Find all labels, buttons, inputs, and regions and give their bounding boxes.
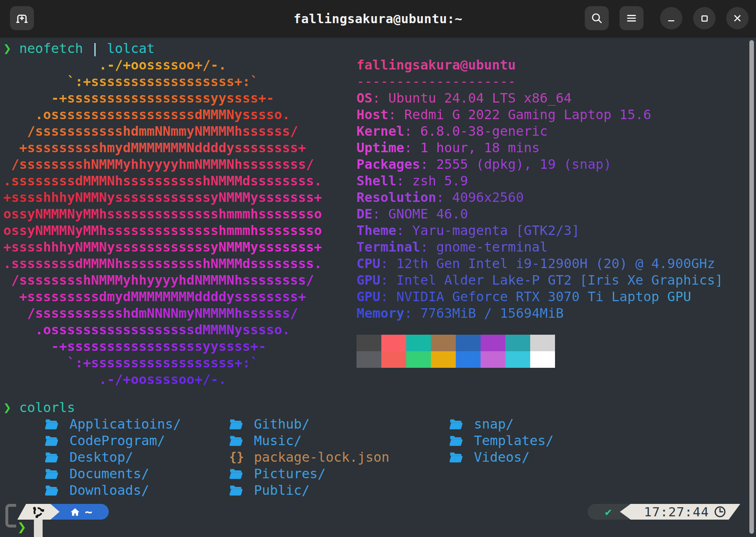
palette-cell [406, 351, 431, 368]
info-line: Theme: Yaru-magenta [GTK2/3] [356, 222, 723, 239]
next-prompt-chevron: ❯ [17, 518, 26, 535]
close-icon [731, 12, 744, 24]
palette-cell [481, 351, 505, 368]
terminal-scrollbar[interactable] [749, 40, 754, 534]
titlebar: fallingsakura@ubuntu:~ [0, 0, 756, 38]
system-info: fallingsakura@ubuntu--------------------… [356, 57, 723, 321]
ascii-art-line: +sssssssssdmydMMMMMMMMddddyssssssss+ [3, 288, 322, 305]
menu-button[interactable] [620, 6, 644, 30]
search-button[interactable] [585, 6, 609, 30]
palette-cell [456, 335, 481, 351]
folder-icon [449, 434, 463, 447]
ascii-art-line: +ssssssssshmydMMMMMMMNddddyssssssss+ [3, 139, 322, 156]
file-item-folder: Templates/ [443, 432, 554, 449]
info-line: Kernel: 6.8.0-38-generic [356, 123, 723, 139]
json-braces-icon: {} [229, 449, 243, 465]
folder-icon [45, 451, 59, 463]
pipe-symbol: | [91, 41, 99, 56]
new-tab-icon [15, 11, 29, 25]
palette-cell [431, 351, 456, 368]
file-name: Videos/ [474, 449, 530, 465]
folder-icon [45, 467, 59, 480]
ascii-art-line: -+ssssssssssssssssssyyssss+- [3, 90, 322, 106]
info-line: Resolution: 4096x2560 [356, 189, 723, 206]
folder-icon [45, 484, 59, 496]
palette-row [356, 351, 555, 368]
palette-cell [406, 335, 431, 351]
file-item-folder: Pictures/ [223, 465, 390, 482]
ascii-art-line: /sssssssshNMMMyhhyyyyhmNMMMNhssssssss/ [3, 156, 322, 173]
ascii-art-line: `:+ssssssssssssssssss+:` [3, 355, 322, 371]
palette-cell [381, 335, 406, 351]
new-tab-button[interactable] [10, 6, 34, 30]
info-line: Uptime: 1 hour, 18 mins [356, 139, 723, 156]
ascii-art-line: .-/+oossssoo+/-. [3, 371, 322, 388]
info-header-line: fallingsakura@ubuntu [356, 57, 723, 73]
file-name: Github/ [254, 416, 310, 432]
palette-cell [505, 351, 530, 368]
info-line: CPU: 12th Gen Intel i9-12900H (20) @ 4.9… [356, 255, 723, 272]
file-name: Templates/ [474, 432, 554, 449]
palette-cell [356, 335, 381, 351]
file-item-folder: Desktop/ [39, 449, 181, 465]
file-column: Applicatioins/CodeProgram/Desktop/Docume… [39, 416, 181, 499]
info-line: Host: Redmi G 2022 Gaming Laptop 15.6 [356, 106, 723, 123]
ascii-art-line: .ssssssssdMMMNhsssssssssshNMMMdssssssss. [3, 173, 322, 189]
palette-cell [530, 335, 555, 351]
ascii-art-line: .ossssssssssssssssssdMMMNysssso. [3, 106, 322, 123]
maximize-button[interactable] [693, 7, 715, 29]
ascii-art-line: /ssssssssssshdmmNNmmyNMMMMhssssss/ [3, 123, 322, 139]
ascii-art-line: -+sssssssssssssssssyyssss+- [3, 338, 322, 355]
ascii-art-line: /sssssssshNMMMyhhyyyyhdNMMMNhssssssss/ [3, 272, 322, 288]
command-neofetch: neofetch [19, 41, 83, 56]
ascii-art-line: +sssshhhyNMMNyssssssssssssyNMMMysssssss+ [3, 189, 322, 206]
file-name: snap/ [474, 416, 514, 432]
file-name: package-lock.json [254, 449, 390, 465]
file-item-folder: CodeProgram/ [39, 432, 181, 449]
ascii-art-line: .-/+oossssoo+/-. [3, 57, 322, 73]
ascii-art-line: ossyNMMMNyMMhsssssssssssssshmmmhssssssso [3, 206, 322, 222]
file-item-folder: Documents/ [39, 465, 181, 482]
ascii-art-line: `:+ssssssssssssssssss+:` [3, 73, 322, 90]
minimize-button[interactable] [660, 7, 682, 29]
success-check-icon: ✔ [605, 506, 612, 518]
info-line: OS: Ubuntu 24.04 LTS x86_64 [356, 90, 723, 106]
ascii-art-line: /ssssssssssshdmNNNNmyNMMMMhssssss/ [3, 305, 322, 321]
folder-icon [229, 484, 243, 496]
folder-icon [229, 418, 243, 430]
file-item-folder: Downloads/ [39, 482, 181, 499]
terminal-color-palette [356, 335, 555, 368]
terminal-viewport[interactable]: ❯ neofetch | lolcat .-/+oossssoo+/-. `:+… [0, 38, 756, 537]
home-icon [69, 506, 81, 518]
file-item-folder: Public/ [223, 482, 390, 499]
path-text: ~ [85, 505, 92, 519]
info-line: Memory: 7763MiB / 15694MiB [356, 305, 723, 321]
shell-prompt-bar: ~ ❯ ✔ 17:27:44 [0, 499, 756, 537]
ubuntu-ascii-logo: .-/+oossssoo+/-. `:+ssssssssssssssssss+:… [3, 57, 322, 388]
hamburger-menu-icon [625, 12, 638, 25]
command-lolcat: lolcat [107, 41, 155, 56]
clock-segment: 17:27:44 [620, 504, 740, 520]
file-item-folder: Applicatioins/ [39, 416, 181, 432]
file-name: Pictures/ [254, 465, 325, 482]
file-name: Downloads/ [69, 482, 149, 499]
info-line: Shell: zsh 5.9 [356, 173, 723, 189]
folder-icon [449, 451, 463, 463]
file-name: Applicatioins/ [69, 416, 181, 432]
folder-icon [229, 467, 243, 480]
ascii-art-line: .ossssssssssssssssssdMMMNysssso. [3, 321, 322, 338]
palette-cell [530, 351, 555, 368]
command-colorls: colorls [19, 400, 75, 415]
prompt-line-neofetch: ❯ neofetch | lolcat [3, 40, 756, 57]
file-column: Github/Music/{}package-lock.jsonPictures… [223, 416, 390, 499]
file-item-json: {}package-lock.json [223, 449, 390, 465]
file-name: Public/ [254, 482, 310, 499]
close-button[interactable] [726, 7, 749, 29]
palette-cell [456, 351, 481, 368]
info-line: DE: GNOME 46.0 [356, 206, 723, 222]
file-item-folder: snap/ [443, 416, 554, 432]
info-line: GPU: NVIDIA Geforce RTX 3070 Ti Laptop G… [356, 288, 723, 305]
folder-icon [45, 418, 59, 430]
ascii-art-line: .ssssssssdMMMNhsssssssssshNMMMdssssssss. [3, 255, 322, 272]
info-header-line: -------------------- [356, 73, 723, 90]
